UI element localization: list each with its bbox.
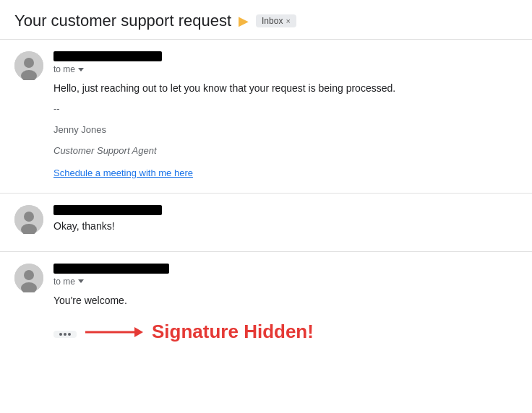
message-content-1: to me Hello, just reaching out to let yo… <box>53 51 518 181</box>
thread-subject: Your customer support request <box>14 12 231 30</box>
sig-link-1[interactable]: Schedule a meeting with me here <box>53 168 193 178</box>
email-message-1: to me Hello, just reaching out to let yo… <box>0 39 532 193</box>
person-icon-1 <box>14 51 43 80</box>
sig-name-1: Jenny Jones <box>53 123 518 138</box>
email-thread-header: Your customer support request ▶ Inbox × <box>0 0 532 39</box>
sender-name-redacted-1 <box>53 51 162 61</box>
to-me-label-3: to me <box>53 277 75 287</box>
forward-icon: ▶ <box>239 13 249 29</box>
svg-point-4 <box>24 212 34 222</box>
dot-3 <box>68 333 71 336</box>
person-icon-2 <box>14 205 43 234</box>
sig-title-1: Customer Support Agent <box>53 144 518 159</box>
person-icon-3 <box>14 264 43 292</box>
avatar-2 <box>14 205 43 234</box>
sender-row-2 <box>53 205 518 215</box>
red-arrow-icon <box>85 325 143 339</box>
signature-hidden-annotation: Signature Hidden! <box>53 317 518 347</box>
sig-separator-1: -- <box>53 102 518 117</box>
chevron-down-icon-3[interactable] <box>78 279 84 283</box>
to-me-label-1: to me <box>53 64 75 74</box>
to-me-row-1: to me <box>53 64 518 74</box>
dots-indicator[interactable] <box>53 331 77 338</box>
message-body-2: Okay, thanks! <box>53 218 518 234</box>
arrow-head <box>134 327 143 337</box>
to-me-row-3: to me <box>53 277 518 287</box>
avatar-1 <box>14 51 43 80</box>
sender-row-3 <box>53 264 518 274</box>
message-body-3: You're welcome. Signature Hidden! <box>53 292 518 347</box>
svg-point-7 <box>24 270 34 280</box>
message-body-1: Hello, just reaching out to let you know… <box>53 80 518 181</box>
svg-point-1 <box>24 58 34 68</box>
message-content-3: to me You're welcome. Signature Hidden! <box>53 264 518 347</box>
inbox-badge-label: Inbox <box>262 16 283 26</box>
arrow-line <box>85 331 136 334</box>
chevron-down-icon-1[interactable] <box>78 68 84 71</box>
email-message-2: Okay, thanks! <box>0 193 532 251</box>
dot-1 <box>59 333 62 336</box>
sender-name-redacted-3 <box>53 264 169 274</box>
dot-2 <box>64 333 66 336</box>
avatar-3 <box>14 264 43 292</box>
inbox-badge: Inbox × <box>256 14 296 27</box>
signature-hidden-label: Signature Hidden! <box>152 317 314 347</box>
message-text-3: You're welcome. <box>53 292 518 308</box>
sender-name-redacted-2 <box>53 205 162 215</box>
message-content-2: Okay, thanks! <box>53 205 518 240</box>
message-text-1: Hello, just reaching out to let you know… <box>53 80 518 96</box>
sender-row-1 <box>53 51 518 61</box>
inbox-badge-close-button[interactable]: × <box>286 17 290 25</box>
message-text-2: Okay, thanks! <box>53 218 518 234</box>
email-message-3: to me You're welcome. Signature Hidden! <box>0 251 532 359</box>
